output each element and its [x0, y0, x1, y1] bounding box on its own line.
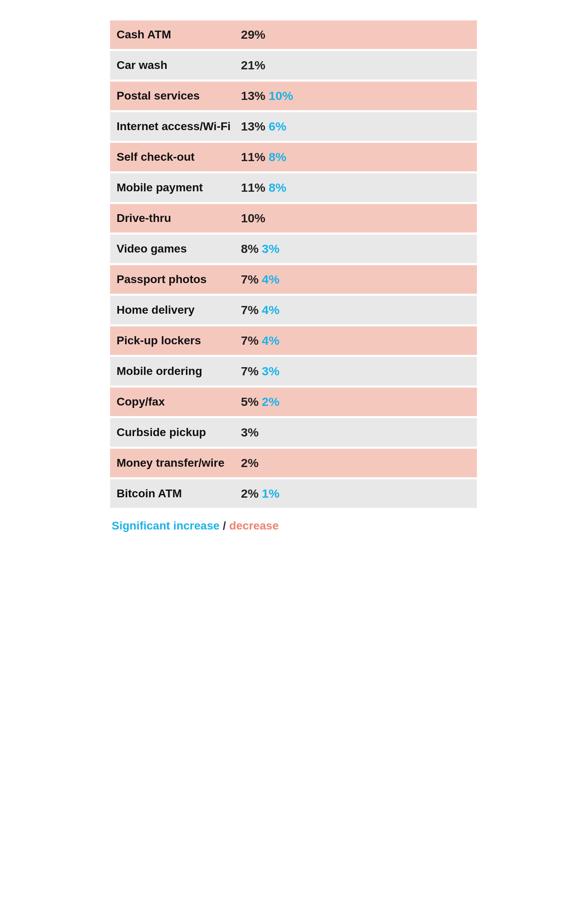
pct-main: 7% — [241, 273, 258, 286]
chart-legend: Significant increase / decrease — [110, 516, 477, 536]
pct-main: 2% — [241, 487, 258, 501]
row-label: Mobile ordering — [117, 365, 241, 378]
table-row: Bitcoin ATM 2% 1% — [110, 479, 477, 508]
table-row: Video games 8% 3% — [110, 235, 477, 263]
row-label: Cash ATM — [117, 28, 241, 41]
pct-main: 7% — [241, 303, 258, 317]
pct-main: 11% — [241, 181, 265, 195]
table-row: Cash ATM 29% — [110, 20, 477, 49]
table-row: Passport photos 7% 4% — [110, 265, 477, 294]
pct-main: 29% — [241, 28, 265, 42]
pct-secondary: 6% — [269, 120, 286, 133]
table-row: Money transfer/wire 2% — [110, 449, 477, 477]
row-label: Money transfer/wire — [117, 456, 241, 470]
table-row: Postal services 13% 10% — [110, 82, 477, 110]
table-row: Car wash 21% — [110, 51, 477, 80]
table-row: Home delivery 7% 4% — [110, 296, 477, 324]
row-label: Home delivery — [117, 304, 241, 317]
table-row: Mobile ordering 7% 3% — [110, 357, 477, 386]
row-label: Mobile payment — [117, 181, 241, 194]
row-label: Car wash — [117, 59, 241, 72]
legend-slash: / — [223, 519, 226, 532]
legend-decrease-label: decrease — [229, 519, 278, 532]
pct-main: 11% — [241, 150, 265, 164]
table-row: Self check-out 11% 8% — [110, 143, 477, 171]
pct-secondary: 4% — [262, 273, 279, 286]
table-row: Internet access/Wi-Fi 13% 6% — [110, 112, 477, 141]
pct-main: 21% — [241, 58, 265, 72]
pct-main: 3% — [241, 425, 258, 439]
row-label: Internet access/Wi-Fi — [117, 120, 241, 133]
legend-increase-label: Significant increase — [112, 519, 220, 532]
row-label: Self check-out — [117, 151, 241, 164]
table-row: Pick-up lockers 7% 4% — [110, 326, 477, 355]
pct-secondary: 10% — [269, 89, 293, 103]
pct-secondary: 4% — [262, 303, 279, 317]
row-label: Copy/fax — [117, 395, 241, 408]
row-label: Bitcoin ATM — [117, 487, 241, 500]
row-label: Pick-up lockers — [117, 334, 241, 347]
pct-secondary: 1% — [262, 487, 279, 501]
pct-secondary: 3% — [262, 364, 279, 378]
pct-main: 10% — [241, 211, 265, 225]
pct-secondary: 8% — [269, 150, 286, 164]
pct-main: 13% — [241, 89, 265, 103]
pct-main: 8% — [241, 242, 258, 256]
pct-secondary: 4% — [262, 334, 279, 348]
pct-main: 7% — [241, 364, 258, 378]
row-label: Postal services — [117, 89, 241, 102]
table-row: Mobile payment 11% 8% — [110, 173, 477, 202]
pct-main: 7% — [241, 334, 258, 348]
row-label: Passport photos — [117, 273, 241, 286]
table-row: Copy/fax 5% 2% — [110, 388, 477, 416]
row-label: Video games — [117, 242, 241, 255]
pct-main: 5% — [241, 395, 258, 409]
pct-secondary: 8% — [269, 181, 286, 195]
pct-secondary: 3% — [262, 242, 279, 256]
pct-secondary: 2% — [262, 395, 279, 409]
pct-main: 13% — [241, 120, 265, 133]
row-label: Curbside pickup — [117, 426, 241, 439]
pct-main: 2% — [241, 456, 258, 470]
chart-container: Cash ATM 29% Car wash 21% Postal service… — [110, 16, 477, 536]
table-row: Curbside pickup 3% — [110, 418, 477, 447]
table-row: Drive-thru 10% — [110, 204, 477, 233]
row-label: Drive-thru — [117, 212, 241, 225]
